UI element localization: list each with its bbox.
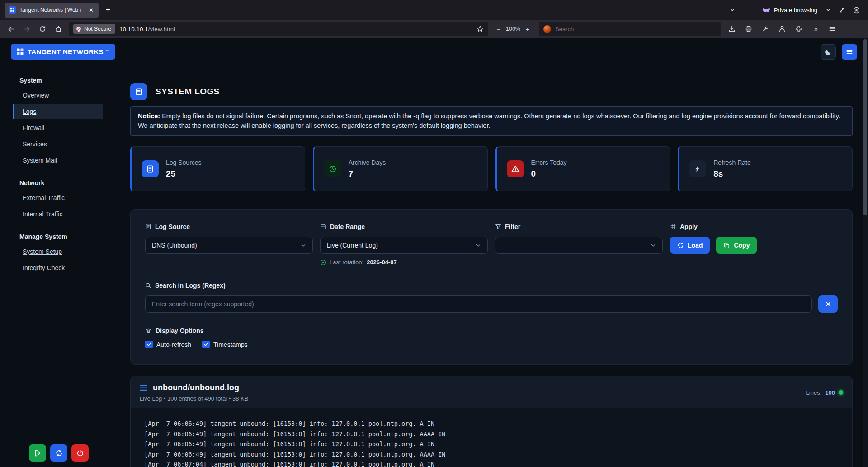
sidebar-item-internal-traffic[interactable]: Internal Traffic xyxy=(13,206,103,222)
log-controls-panel: Log Source DNS (Unbound) Date R xyxy=(130,209,853,365)
browser-toolbar: Not Secure 10.10.10.1/view.html − 100% +… xyxy=(0,20,868,38)
reload-button[interactable] xyxy=(35,22,50,36)
lines-label: Lines: xyxy=(806,389,822,396)
account-button[interactable] xyxy=(775,22,789,36)
refresh-system-button[interactable] xyxy=(50,444,67,462)
log-search-input[interactable] xyxy=(145,295,812,313)
brand-logo[interactable]: TANGENT NETWORKS™ xyxy=(11,44,115,60)
bookmark-star-icon[interactable] xyxy=(476,25,484,33)
browser-search-bar[interactable] xyxy=(539,22,721,36)
sidebar-item-overview[interactable]: Overview xyxy=(13,88,103,103)
new-tab-button[interactable]: + xyxy=(101,3,115,17)
hamburger-icon xyxy=(846,48,853,56)
tools-wrench-icon[interactable] xyxy=(758,22,773,36)
sidebar-section-manage: Manage System xyxy=(11,233,103,240)
stat-label: Archive Days xyxy=(349,159,386,166)
copy-icon xyxy=(723,242,730,249)
stat-label: Log Sources xyxy=(166,159,202,166)
stat-value: 8s xyxy=(713,169,750,179)
not-secure-badge[interactable]: Not Secure xyxy=(73,24,115,34)
chevron-down-icon xyxy=(301,243,306,248)
sidebar-item-logs[interactable]: Logs xyxy=(13,104,103,119)
auto-refresh-checkbox[interactable]: Auto-refresh xyxy=(145,341,191,348)
chevron-down-icon xyxy=(651,243,656,248)
log-output: [Apr 7 06:06:49] tangent unbound: [16153… xyxy=(131,408,852,467)
apply-label: Apply xyxy=(680,223,698,230)
zoom-level[interactable]: 100% xyxy=(506,26,520,32)
log-source-select[interactable]: DNS (Unbound) xyxy=(145,237,313,254)
stat-value: 25 xyxy=(166,169,202,179)
date-range-select[interactable]: Live (Current Log) xyxy=(320,237,488,254)
lines-badge: Lines: 100 xyxy=(806,389,843,396)
forward-button[interactable] xyxy=(19,22,34,36)
zoom-in-button[interactable]: + xyxy=(522,23,533,35)
overflow-menu-button[interactable]: » xyxy=(808,22,823,36)
downloads-button[interactable] xyxy=(725,22,739,36)
url-text: 10.10.10.1/view.html xyxy=(119,26,175,33)
clear-search-button[interactable] xyxy=(818,295,838,313)
print-button[interactable] xyxy=(741,22,756,36)
log-source-label: Log Source xyxy=(155,223,190,230)
copy-button[interactable]: Copy xyxy=(716,237,757,254)
log-line: [Apr 7 06:07:04] tangent unbound: [16153… xyxy=(144,459,841,467)
back-button[interactable] xyxy=(4,22,18,36)
logout-button[interactable] xyxy=(29,444,46,462)
log-menu-icon[interactable] xyxy=(140,384,147,391)
scrollbar-thumb[interactable] xyxy=(863,39,867,215)
url-path: /view.html xyxy=(148,26,175,33)
tab-favicon-icon xyxy=(9,6,16,14)
tab-close-icon[interactable]: ✕ xyxy=(88,7,94,14)
last-rotation-label: Last rotation: xyxy=(330,259,363,266)
sidebar-item-system-setup[interactable]: System Setup xyxy=(13,244,103,259)
last-rotation-value: 2026-04-07 xyxy=(367,259,397,266)
stat-card-log-sources: Log Sources25 xyxy=(130,146,305,191)
power-button[interactable] xyxy=(71,444,89,462)
stat-label: Errors Today xyxy=(531,159,567,166)
sidebar-item-external-traffic[interactable]: External Traffic xyxy=(13,190,103,205)
funnel-icon xyxy=(495,224,501,230)
load-button[interactable]: Load xyxy=(670,237,710,254)
url-host: 10.10.10.1 xyxy=(119,26,148,33)
stats-row: Log Sources25 Archive Days7 Errors Today… xyxy=(130,146,853,191)
restore-window-icon[interactable] xyxy=(839,7,845,13)
private-browsing-label: Private browsing xyxy=(774,7,817,14)
app-header: TANGENT NETWORKS™ xyxy=(0,38,868,65)
sidebar: System Overview Logs Firewall Services S… xyxy=(11,65,103,467)
timestamps-checkbox[interactable]: Timestamps xyxy=(202,341,248,348)
last-rotation: Last rotation: 2026-04-07 xyxy=(320,259,488,266)
window-chevron-icon[interactable] xyxy=(826,7,831,13)
extensions-button[interactable] xyxy=(792,22,806,36)
log-line: [Apr 7 06:06:49] tangent unbound: [16153… xyxy=(144,449,841,460)
close-window-icon[interactable] xyxy=(853,7,860,14)
filter-group: Filter xyxy=(495,223,663,266)
filter-select[interactable] xyxy=(495,237,663,254)
load-button-label: Load xyxy=(688,242,703,249)
zoom-controls: − 100% + xyxy=(491,23,535,35)
url-bar[interactable]: Not Secure 10.10.10.1/view.html xyxy=(69,22,488,36)
nav-menu-button[interactable] xyxy=(842,44,857,60)
browser-tab[interactable]: Tangent Networks | Web i ✕ xyxy=(5,3,99,18)
zoom-out-button[interactable]: − xyxy=(493,23,504,35)
sidebar-item-integrity-check[interactable]: Integrity Check xyxy=(13,260,103,276)
sidebar-item-services[interactable]: Services xyxy=(13,136,103,152)
home-button[interactable] xyxy=(51,22,66,36)
sidebar-item-system-mail[interactable]: System Mail xyxy=(13,153,103,168)
search-engine-icon[interactable] xyxy=(543,25,551,33)
log-file-icon xyxy=(142,160,159,177)
stat-card-errors-today: Errors Today0 xyxy=(495,146,670,191)
stat-label: Refresh Rate xyxy=(713,159,750,166)
sidebar-item-firewall[interactable]: Firewall xyxy=(13,120,103,135)
warning-icon xyxy=(507,160,524,177)
theme-toggle-button[interactable] xyxy=(821,44,836,60)
brand-name: TANGENT NETWORKS xyxy=(28,48,104,56)
browser-menu-button[interactable] xyxy=(825,22,840,36)
date-range-label: Date Range xyxy=(330,223,365,230)
main-content: SYSTEM LOGS Notice: Empty log files do n… xyxy=(130,65,853,467)
page-title: SYSTEM LOGS xyxy=(156,87,220,97)
browser-search-input[interactable] xyxy=(555,26,716,33)
list-tabs-chevron-icon[interactable] xyxy=(730,7,735,13)
security-badge-label: Not Secure xyxy=(84,26,111,32)
lines-count: 100 xyxy=(825,389,835,396)
date-range-group: Date Range Live (Current Log) Last rotat… xyxy=(320,223,488,266)
page-scrollbar xyxy=(863,38,868,467)
